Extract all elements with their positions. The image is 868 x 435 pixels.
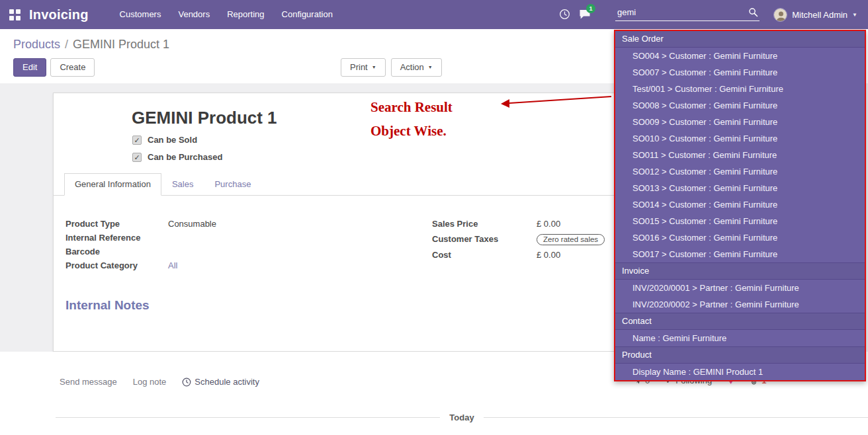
dropdown-header-invoice: Invoice xyxy=(615,262,865,280)
nav-menu-configuration[interactable]: Configuration xyxy=(273,0,341,29)
search-result-item[interactable]: SO011 > Customer : Gemini Furniture xyxy=(615,147,865,163)
field-label: Product Type xyxy=(65,219,168,229)
divider-line xyxy=(56,417,440,418)
search-result-item[interactable]: SO012 > Customer : Gemini Furniture xyxy=(615,163,865,180)
today-divider: Today xyxy=(56,413,868,422)
nav-menu-vendors[interactable]: Vendors xyxy=(169,0,218,29)
search-result-item[interactable]: INV/2020/0002 > Partner : Gemini Furnitu… xyxy=(615,296,865,313)
field-barcode: Barcode xyxy=(65,247,396,257)
search-result-item[interactable]: SO017 > Customer : Gemini Furniture xyxy=(615,246,865,262)
field-label: Barcode xyxy=(65,247,168,257)
tab-purchase[interactable]: Purchase xyxy=(204,173,261,196)
user-menu[interactable]: Mitchell Admin ▼ xyxy=(769,0,861,29)
annotation-note: Search Result Object Wise. xyxy=(370,95,453,143)
tab-general-information[interactable]: General Information xyxy=(64,173,161,196)
messages-bubble-icon[interactable]: 1 xyxy=(579,9,591,22)
search-result-item[interactable]: SO010 > Customer : Gemini Furniture xyxy=(615,130,865,147)
field-product-type: Product TypeConsumable xyxy=(65,219,396,229)
checkbox-label: Can be Sold xyxy=(148,135,197,145)
user-name: Mitchell Admin xyxy=(792,10,847,20)
form-buttons: Edit Create xyxy=(13,58,95,77)
apps-grid-glyph xyxy=(9,9,21,20)
action-buttons: Print▼ Action▼ xyxy=(341,58,442,77)
divider-line xyxy=(484,417,868,418)
search-result-item[interactable]: INV/2020/0001 > Partner : Gemini Furnitu… xyxy=(615,280,865,296)
search-result-item[interactable]: SO014 > Customer : Gemini Furniture xyxy=(615,196,865,213)
breadcrumb-separator: / xyxy=(65,38,68,51)
dropdown-header-contact: Contact xyxy=(615,313,865,330)
edit-button[interactable]: Edit xyxy=(13,58,46,77)
field-value: Consumable xyxy=(168,219,216,229)
breadcrumb: Products/GEMINI Product 1 xyxy=(13,38,169,52)
dropdown-header-product: Product xyxy=(615,346,865,364)
search-input[interactable] xyxy=(615,5,760,21)
search-icon[interactable] xyxy=(748,7,758,20)
checkbox-can-be-sold[interactable]: ✓ xyxy=(132,136,142,145)
log-note-button[interactable]: Log note xyxy=(133,377,167,387)
nav-menu-customers[interactable]: Customers xyxy=(111,0,170,29)
send-message-button[interactable]: Send message xyxy=(60,377,117,387)
clock-icon xyxy=(182,377,191,387)
search-result-item[interactable]: SO015 > Customer : Gemini Furniture xyxy=(615,213,865,229)
nav-menu-bar: CustomersVendorsReportingConfiguration xyxy=(111,0,341,29)
annotation-line2: Object Wise. xyxy=(370,119,453,143)
tab-sales[interactable]: Sales xyxy=(161,173,204,196)
checkbox-list: ✓Can be Sold✓Can be Purchased xyxy=(132,135,222,169)
search-result-item[interactable]: Test/001 > Customer : Gemini Furniture xyxy=(615,81,865,97)
search-result-item[interactable]: SO013 > Customer : Gemini Furniture xyxy=(615,180,865,196)
screen: Invoicing CustomersVendorsReportingConfi… xyxy=(0,0,868,435)
dropdown-header-sale-order: Sale Order xyxy=(615,31,865,48)
user-avatar xyxy=(773,8,787,22)
field-label: Product Category xyxy=(65,260,168,270)
field-label: Customer Taxes xyxy=(432,234,537,244)
messages-badge: 1 xyxy=(586,4,595,13)
action-button[interactable]: Action▼ xyxy=(391,58,442,77)
field-value[interactable]: All xyxy=(168,260,177,270)
product-title: GEMINI Product 1 xyxy=(132,108,277,128)
checkbox-row-can-be-sold: ✓Can be Sold xyxy=(132,135,222,145)
search-result-item[interactable]: SO008 > Customer : Gemini Furniture xyxy=(615,97,865,114)
search-result-item[interactable]: Name : Gemini Furniture xyxy=(615,330,865,346)
internal-notes-heading: Internal Notes xyxy=(65,298,150,313)
field-value: £ 0.00 xyxy=(537,219,560,229)
print-button-label: Print xyxy=(350,62,368,72)
field-label: Cost xyxy=(432,250,537,260)
top-navbar: Invoicing CustomersVendorsReportingConfi… xyxy=(0,0,868,29)
caret-down-icon: ▼ xyxy=(852,12,857,18)
navbar-search-box xyxy=(615,5,760,21)
field-value: £ 0.00 xyxy=(537,250,560,260)
field-internal-reference: Internal Reference xyxy=(65,233,396,243)
search-result-item[interactable]: Display Name : GEMINI Product 1 xyxy=(615,364,865,380)
search-results-dropdown: Sale OrderSO004 > Customer : Gemini Furn… xyxy=(614,30,866,381)
schedule-activity-label: Schedule activity xyxy=(195,377,259,387)
annotation-line1: Search Result xyxy=(370,95,453,119)
search-result-item[interactable]: SO004 > Customer : Gemini Furniture xyxy=(615,48,865,64)
action-button-label: Action xyxy=(400,62,424,72)
checkbox-can-be-purchased[interactable]: ✓ xyxy=(132,153,142,162)
print-button[interactable]: Print▼ xyxy=(341,58,386,77)
tax-tag[interactable]: Zero rated sales xyxy=(537,234,605,245)
activities-clock-icon[interactable] xyxy=(559,9,570,22)
search-result-item[interactable]: SO007 > Customer : Gemini Furniture xyxy=(615,64,865,81)
schedule-activity-button[interactable]: Schedule activity xyxy=(182,377,259,387)
nav-menu-reporting[interactable]: Reporting xyxy=(218,0,273,29)
annotation-arrow-icon xyxy=(499,91,615,110)
checkbox-label: Can be Purchased xyxy=(148,152,222,162)
checkbox-row-can-be-purchased: ✓Can be Purchased xyxy=(132,152,222,162)
breadcrumb-current: GEMINI Product 1 xyxy=(73,38,169,51)
caret-down-icon: ▼ xyxy=(428,65,433,69)
search-result-item[interactable]: SO009 > Customer : Gemini Furniture xyxy=(615,114,865,130)
chatter-actions: Send message Log note Schedule activity xyxy=(60,377,259,387)
breadcrumb-products-link[interactable]: Products xyxy=(13,38,60,51)
search-result-item[interactable]: SO016 > Customer : Gemini Furniture xyxy=(615,229,865,246)
left-field-group: Product TypeConsumableInternal Reference… xyxy=(65,219,396,274)
create-button[interactable]: Create xyxy=(50,58,95,77)
apps-grid-icon[interactable] xyxy=(0,0,29,29)
field-product-category: Product CategoryAll xyxy=(65,260,396,271)
app-brand[interactable]: Invoicing xyxy=(29,7,89,22)
field-value: Zero rated sales xyxy=(537,234,605,245)
caret-down-icon: ▼ xyxy=(372,65,376,69)
today-label: Today xyxy=(449,413,474,422)
field-label: Internal Reference xyxy=(65,233,168,243)
field-label: Sales Price xyxy=(432,219,537,229)
